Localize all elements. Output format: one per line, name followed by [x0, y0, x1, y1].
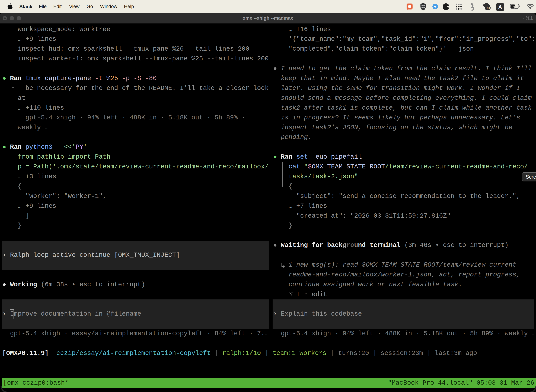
svg-text:..61: ..61: [485, 6, 490, 10]
